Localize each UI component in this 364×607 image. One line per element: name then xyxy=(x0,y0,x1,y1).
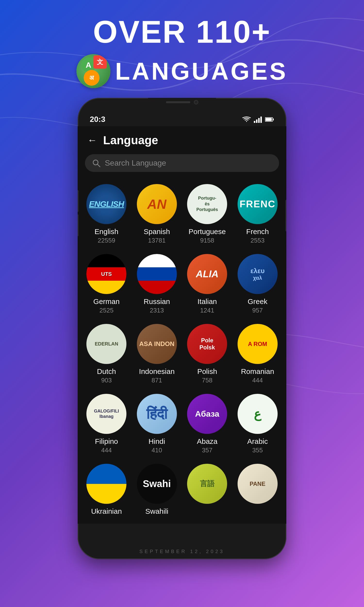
language-avatar-dutch: EDERLAN xyxy=(86,324,126,364)
language-count: 444 xyxy=(252,377,263,384)
language-avatar-abaza: Абаза xyxy=(187,394,227,434)
language-avatar-spanish: AN xyxy=(137,184,177,224)
language-count: 2313 xyxy=(150,307,164,314)
svg-rect-3 xyxy=(260,117,262,123)
list-item[interactable]: A ROM Romanian 444 xyxy=(234,320,282,388)
list-item[interactable]: Russian 2313 xyxy=(133,250,181,318)
language-avatar-polish: PolePolsk xyxy=(187,324,227,364)
language-name: Polish xyxy=(197,367,217,376)
search-icon xyxy=(92,159,101,167)
language-name: French xyxy=(246,227,269,236)
volume-up-button[interactable] xyxy=(78,190,79,212)
wifi-icon xyxy=(242,116,251,123)
language-count: 355 xyxy=(252,447,263,454)
front-camera xyxy=(194,100,198,105)
headline-section: OVER 110+ A 文 अ LANGUAGES xyxy=(0,0,364,88)
language-grid: ENGLISH English 22559 AN Spanish 13781 P… xyxy=(78,177,286,524)
language-name: German xyxy=(93,297,120,306)
language-avatar-swahili: Swahi xyxy=(137,464,177,504)
list-item[interactable]: ENGLISH English 22559 xyxy=(82,180,130,248)
language-name: Swahili xyxy=(145,507,169,515)
signal-icon xyxy=(254,116,262,123)
watermark: SEPTEMBER 12, 2023 xyxy=(140,549,225,554)
list-item[interactable]: 言語 xyxy=(183,460,231,520)
speaker-grill xyxy=(166,101,190,103)
list-item[interactable]: UTS German 2525 xyxy=(82,250,130,318)
language-avatar-indonesian: ASA INDON xyxy=(137,324,177,364)
phone-wrapper: 20:3 xyxy=(0,98,364,559)
language-avatar-filipino: GALOG/FILIIbanag xyxy=(86,394,126,434)
language-avatar-german: UTS xyxy=(86,254,126,294)
headline-title: OVER 110+ xyxy=(0,14,364,49)
language-count: 22559 xyxy=(98,237,115,244)
language-name: Spanish xyxy=(144,227,170,236)
language-count: 357 xyxy=(202,447,212,454)
list-item[interactable]: ALIA Italian 1241 xyxy=(183,250,231,318)
app-header: ← Language xyxy=(78,126,286,152)
letter-hi-icon: अ xyxy=(84,70,100,86)
language-avatar-misc2: PANE xyxy=(238,464,278,504)
language-count: 410 xyxy=(152,447,162,454)
language-avatar-russian xyxy=(137,254,177,294)
language-count: 2553 xyxy=(250,237,264,244)
page-title: Language xyxy=(103,133,158,147)
headline-sub: A 文 अ LANGUAGES xyxy=(0,54,364,88)
language-count: 1241 xyxy=(200,307,214,314)
list-item[interactable]: FRENC French 2553 xyxy=(234,180,282,248)
letter-zh-icon: 文 xyxy=(93,55,107,69)
list-item[interactable]: Swahi Swahili xyxy=(133,460,181,520)
list-item[interactable]: PolePolsk Polish 758 xyxy=(183,320,231,388)
language-name: Abaza xyxy=(197,437,217,446)
language-count: 2525 xyxy=(100,307,114,314)
list-item[interactable]: AN Spanish 13781 xyxy=(133,180,181,248)
search-bar[interactable]: Search Language xyxy=(85,154,279,172)
language-avatar-french: FRENC xyxy=(238,184,278,224)
list-item[interactable]: Portugu-êsPortuguês Portuguese 9158 xyxy=(183,180,231,248)
list-item[interactable]: ελευ χαλ Greek 957 xyxy=(234,250,282,318)
language-name: Dutch xyxy=(97,367,116,376)
search-container: Search Language xyxy=(78,152,286,177)
svg-rect-6 xyxy=(265,118,272,121)
list-item[interactable]: ASA INDON Indonesian 871 xyxy=(133,320,181,388)
language-count: 871 xyxy=(152,377,162,384)
power-button[interactable] xyxy=(285,200,286,231)
language-name: Russian xyxy=(144,297,170,306)
phone-top xyxy=(78,98,286,103)
phone-device: 20:3 xyxy=(78,98,286,559)
language-avatar-ukrainian xyxy=(86,464,126,504)
language-avatar-italian: ALIA xyxy=(187,254,227,294)
back-button[interactable]: ← xyxy=(87,135,97,146)
language-avatar-misc1: 言語 xyxy=(187,464,227,504)
language-avatar-hindi: हिंदी xyxy=(137,394,177,434)
language-count: 444 xyxy=(101,447,112,454)
svg-rect-2 xyxy=(258,118,260,123)
list-item[interactable]: GALOG/FILIIbanag Filipino 444 xyxy=(82,390,130,458)
language-count: 758 xyxy=(202,377,212,384)
phone-notch xyxy=(148,98,216,106)
search-placeholder: Search Language xyxy=(105,158,166,168)
svg-line-8 xyxy=(98,164,100,167)
list-item[interactable]: EDERLAN Dutch 903 xyxy=(82,320,130,388)
list-item[interactable]: हिंदी Hindi 410 xyxy=(133,390,181,458)
language-icon: A 文 अ xyxy=(77,54,110,88)
volume-down-button[interactable] xyxy=(78,214,79,236)
list-item[interactable]: PANE xyxy=(234,460,282,520)
svg-rect-5 xyxy=(273,119,274,120)
list-item[interactable]: Абаза Abaza 357 xyxy=(183,390,231,458)
language-avatar-portuguese: Portugu-êsPortuguês xyxy=(187,184,227,224)
headline-languages: LANGUAGES xyxy=(115,57,288,85)
language-avatar-romanian: A ROM xyxy=(238,324,278,364)
language-name: Greek xyxy=(247,297,267,306)
language-name: Filipino xyxy=(95,437,118,446)
list-item[interactable]: Ukrainian xyxy=(82,460,130,520)
language-name: English xyxy=(95,227,118,236)
language-name: Arabic xyxy=(247,437,268,446)
language-count: 13781 xyxy=(148,237,166,244)
list-item[interactable]: ع Arabic 355 xyxy=(234,390,282,458)
language-avatar-greek: ελευ χαλ xyxy=(238,254,278,294)
language-avatar-arabic: ع xyxy=(238,394,278,434)
status-time: 20:3 xyxy=(90,115,105,124)
language-count: 957 xyxy=(252,307,263,314)
svg-rect-1 xyxy=(256,119,258,123)
battery-icon xyxy=(265,117,274,122)
